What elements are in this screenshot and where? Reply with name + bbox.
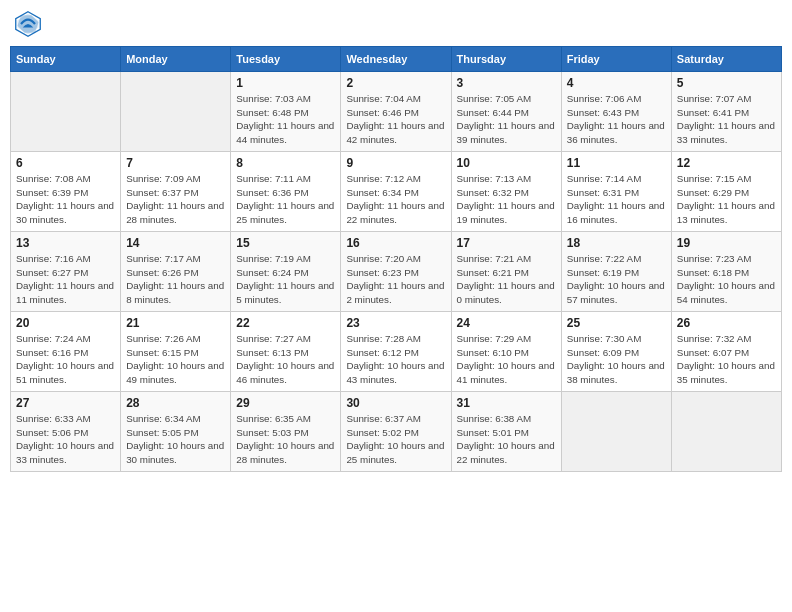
week-row-2: 6Sunrise: 7:08 AM Sunset: 6:39 PM Daylig… [11,152,782,232]
calendar-cell: 28Sunrise: 6:34 AM Sunset: 5:05 PM Dayli… [121,392,231,472]
calendar-cell [671,392,781,472]
col-header-sunday: Sunday [11,47,121,72]
week-row-5: 27Sunrise: 6:33 AM Sunset: 5:06 PM Dayli… [11,392,782,472]
calendar-cell: 14Sunrise: 7:17 AM Sunset: 6:26 PM Dayli… [121,232,231,312]
calendar-cell: 25Sunrise: 7:30 AM Sunset: 6:09 PM Dayli… [561,312,671,392]
day-info: Sunrise: 7:12 AM Sunset: 6:34 PM Dayligh… [346,172,445,227]
day-number: 6 [16,156,115,170]
day-number: 26 [677,316,776,330]
day-info: Sunrise: 7:22 AM Sunset: 6:19 PM Dayligh… [567,252,666,307]
calendar-cell: 18Sunrise: 7:22 AM Sunset: 6:19 PM Dayli… [561,232,671,312]
day-info: Sunrise: 7:11 AM Sunset: 6:36 PM Dayligh… [236,172,335,227]
day-info: Sunrise: 7:13 AM Sunset: 6:32 PM Dayligh… [457,172,556,227]
calendar-cell: 9Sunrise: 7:12 AM Sunset: 6:34 PM Daylig… [341,152,451,232]
day-number: 25 [567,316,666,330]
calendar-cell: 16Sunrise: 7:20 AM Sunset: 6:23 PM Dayli… [341,232,451,312]
day-info: Sunrise: 7:14 AM Sunset: 6:31 PM Dayligh… [567,172,666,227]
day-number: 5 [677,76,776,90]
day-info: Sunrise: 7:20 AM Sunset: 6:23 PM Dayligh… [346,252,445,307]
calendar-cell: 31Sunrise: 6:38 AM Sunset: 5:01 PM Dayli… [451,392,561,472]
day-number: 3 [457,76,556,90]
day-info: Sunrise: 7:07 AM Sunset: 6:41 PM Dayligh… [677,92,776,147]
calendar-cell: 23Sunrise: 7:28 AM Sunset: 6:12 PM Dayli… [341,312,451,392]
day-number: 19 [677,236,776,250]
day-number: 9 [346,156,445,170]
day-number: 31 [457,396,556,410]
day-number: 2 [346,76,445,90]
calendar-cell: 13Sunrise: 7:16 AM Sunset: 6:27 PM Dayli… [11,232,121,312]
week-row-1: 1Sunrise: 7:03 AM Sunset: 6:48 PM Daylig… [11,72,782,152]
day-number: 16 [346,236,445,250]
day-number: 20 [16,316,115,330]
day-number: 10 [457,156,556,170]
page-header [10,10,782,38]
calendar-cell: 2Sunrise: 7:04 AM Sunset: 6:46 PM Daylig… [341,72,451,152]
calendar-cell: 24Sunrise: 7:29 AM Sunset: 6:10 PM Dayli… [451,312,561,392]
day-number: 11 [567,156,666,170]
day-number: 13 [16,236,115,250]
calendar-cell: 6Sunrise: 7:08 AM Sunset: 6:39 PM Daylig… [11,152,121,232]
calendar-table: SundayMondayTuesdayWednesdayThursdayFrid… [10,46,782,472]
day-number: 18 [567,236,666,250]
day-number: 14 [126,236,225,250]
col-header-tuesday: Tuesday [231,47,341,72]
calendar-cell: 5Sunrise: 7:07 AM Sunset: 6:41 PM Daylig… [671,72,781,152]
day-info: Sunrise: 7:23 AM Sunset: 6:18 PM Dayligh… [677,252,776,307]
day-info: Sunrise: 6:38 AM Sunset: 5:01 PM Dayligh… [457,412,556,467]
day-info: Sunrise: 7:26 AM Sunset: 6:15 PM Dayligh… [126,332,225,387]
calendar-cell: 19Sunrise: 7:23 AM Sunset: 6:18 PM Dayli… [671,232,781,312]
calendar-header-row: SundayMondayTuesdayWednesdayThursdayFrid… [11,47,782,72]
day-info: Sunrise: 7:05 AM Sunset: 6:44 PM Dayligh… [457,92,556,147]
calendar-cell [561,392,671,472]
calendar-cell: 21Sunrise: 7:26 AM Sunset: 6:15 PM Dayli… [121,312,231,392]
day-number: 12 [677,156,776,170]
calendar-cell: 4Sunrise: 7:06 AM Sunset: 6:43 PM Daylig… [561,72,671,152]
day-number: 27 [16,396,115,410]
col-header-monday: Monday [121,47,231,72]
week-row-4: 20Sunrise: 7:24 AM Sunset: 6:16 PM Dayli… [11,312,782,392]
calendar-cell: 7Sunrise: 7:09 AM Sunset: 6:37 PM Daylig… [121,152,231,232]
day-info: Sunrise: 6:37 AM Sunset: 5:02 PM Dayligh… [346,412,445,467]
day-info: Sunrise: 7:19 AM Sunset: 6:24 PM Dayligh… [236,252,335,307]
calendar-cell: 22Sunrise: 7:27 AM Sunset: 6:13 PM Dayli… [231,312,341,392]
calendar-cell: 11Sunrise: 7:14 AM Sunset: 6:31 PM Dayli… [561,152,671,232]
day-number: 7 [126,156,225,170]
col-header-wednesday: Wednesday [341,47,451,72]
day-info: Sunrise: 7:09 AM Sunset: 6:37 PM Dayligh… [126,172,225,227]
day-info: Sunrise: 7:16 AM Sunset: 6:27 PM Dayligh… [16,252,115,307]
week-row-3: 13Sunrise: 7:16 AM Sunset: 6:27 PM Dayli… [11,232,782,312]
day-info: Sunrise: 7:17 AM Sunset: 6:26 PM Dayligh… [126,252,225,307]
logo-icon [14,10,42,38]
day-info: Sunrise: 7:04 AM Sunset: 6:46 PM Dayligh… [346,92,445,147]
day-number: 17 [457,236,556,250]
day-number: 23 [346,316,445,330]
day-info: Sunrise: 7:28 AM Sunset: 6:12 PM Dayligh… [346,332,445,387]
day-number: 24 [457,316,556,330]
day-info: Sunrise: 7:30 AM Sunset: 6:09 PM Dayligh… [567,332,666,387]
day-info: Sunrise: 7:08 AM Sunset: 6:39 PM Dayligh… [16,172,115,227]
day-number: 1 [236,76,335,90]
calendar-cell [11,72,121,152]
col-header-saturday: Saturday [671,47,781,72]
calendar-cell: 29Sunrise: 6:35 AM Sunset: 5:03 PM Dayli… [231,392,341,472]
calendar-cell: 12Sunrise: 7:15 AM Sunset: 6:29 PM Dayli… [671,152,781,232]
calendar-cell: 3Sunrise: 7:05 AM Sunset: 6:44 PM Daylig… [451,72,561,152]
day-number: 29 [236,396,335,410]
day-info: Sunrise: 7:27 AM Sunset: 6:13 PM Dayligh… [236,332,335,387]
day-info: Sunrise: 7:29 AM Sunset: 6:10 PM Dayligh… [457,332,556,387]
calendar-cell: 27Sunrise: 6:33 AM Sunset: 5:06 PM Dayli… [11,392,121,472]
calendar-cell: 15Sunrise: 7:19 AM Sunset: 6:24 PM Dayli… [231,232,341,312]
day-number: 21 [126,316,225,330]
calendar-cell: 8Sunrise: 7:11 AM Sunset: 6:36 PM Daylig… [231,152,341,232]
day-number: 30 [346,396,445,410]
day-info: Sunrise: 7:15 AM Sunset: 6:29 PM Dayligh… [677,172,776,227]
day-number: 8 [236,156,335,170]
day-info: Sunrise: 7:24 AM Sunset: 6:16 PM Dayligh… [16,332,115,387]
day-number: 22 [236,316,335,330]
day-info: Sunrise: 6:35 AM Sunset: 5:03 PM Dayligh… [236,412,335,467]
day-info: Sunrise: 6:33 AM Sunset: 5:06 PM Dayligh… [16,412,115,467]
day-number: 28 [126,396,225,410]
calendar-cell: 17Sunrise: 7:21 AM Sunset: 6:21 PM Dayli… [451,232,561,312]
day-info: Sunrise: 7:03 AM Sunset: 6:48 PM Dayligh… [236,92,335,147]
day-number: 15 [236,236,335,250]
